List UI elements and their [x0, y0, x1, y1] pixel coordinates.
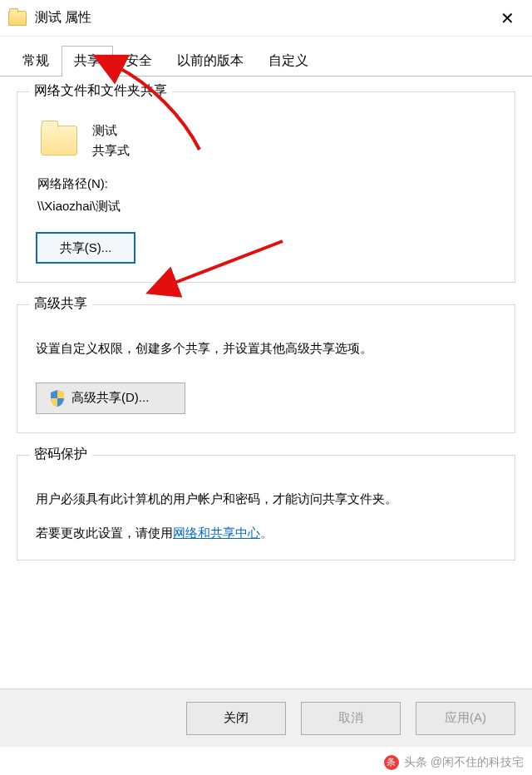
tab-previous[interactable]: 以前的版本 [165, 46, 256, 77]
folder-info: 测试 共享式 [92, 121, 130, 160]
group-title-network: 网络文件和文件夹共享 [29, 82, 172, 100]
tab-strip: 常规 共享 安全 以前的版本 自定义 [0, 37, 532, 77]
group-title-password: 密码保护 [29, 446, 92, 463]
dialog-button-bar: 关闭 取消 应用(A) [0, 689, 532, 747]
advanced-share-button[interactable]: 高级共享(D)... [36, 383, 185, 414]
advanced-share-button-label: 高级共享(D)... [71, 390, 149, 406]
network-path-value: \\Xiaozhai\测试 [37, 195, 496, 217]
title-bar: 测试 属性 ✕ [0, 0, 532, 37]
window-title: 测试 属性 [35, 9, 490, 27]
folder-status: 共享式 [92, 141, 130, 160]
password-line2-prefix: 若要更改此设置，请使用 [36, 526, 173, 540]
close-button[interactable]: 关闭 [186, 702, 286, 735]
network-sharing-center-link[interactable]: 网络和共享中心 [173, 526, 260, 540]
shield-icon [50, 390, 65, 407]
window-folder-icon [8, 11, 27, 26]
tab-content: 网络文件和文件夹共享 测试 共享式 网络路径(N): \\Xiaozhai\测试… [0, 77, 532, 577]
group-network-share: 网络文件和文件夹共享 测试 共享式 网络路径(N): \\Xiaozhai\测试… [17, 91, 515, 283]
password-change-line: 若要更改此设置，请使用网络和共享中心。 [36, 526, 496, 541]
cancel-button[interactable]: 取消 [301, 702, 401, 735]
tab-security[interactable]: 安全 [113, 46, 165, 77]
group-advanced-share: 高级共享 设置自定义权限，创建多个共享，并设置其他高级共享选项。 高级共享(D)… [17, 304, 515, 433]
watermark: 头条 @闲不住的科技宅 [384, 755, 524, 770]
advanced-share-desc: 设置自定义权限，创建多个共享，并设置其他高级共享选项。 [36, 337, 496, 361]
tab-sharing[interactable]: 共享 [62, 46, 113, 77]
close-icon[interactable]: ✕ [490, 2, 524, 35]
folder-name: 测试 [92, 121, 130, 141]
network-path-block: 网络路径(N): \\Xiaozhai\测试 [37, 172, 496, 217]
group-title-advanced: 高级共享 [29, 295, 92, 313]
folder-icon [41, 126, 77, 155]
watermark-text: 头条 @闲不住的科技宅 [404, 755, 524, 770]
password-desc: 用户必须具有此计算机的用户帐户和密码，才能访问共享文件夹。 [36, 487, 496, 511]
apply-button[interactable]: 应用(A) [416, 702, 515, 735]
watermark-logo-icon [384, 755, 399, 770]
share-button[interactable]: 共享(S)... [36, 232, 135, 264]
tab-custom[interactable]: 自定义 [256, 46, 321, 77]
share-folder-row: 测试 共享式 [41, 121, 496, 160]
password-line2-suffix: 。 [260, 526, 273, 540]
network-path-label: 网络路径(N): [37, 172, 496, 195]
group-password: 密码保护 用户必须具有此计算机的用户帐户和密码，才能访问共享文件夹。 若要更改此… [17, 455, 515, 561]
tab-general[interactable]: 常规 [10, 46, 62, 77]
